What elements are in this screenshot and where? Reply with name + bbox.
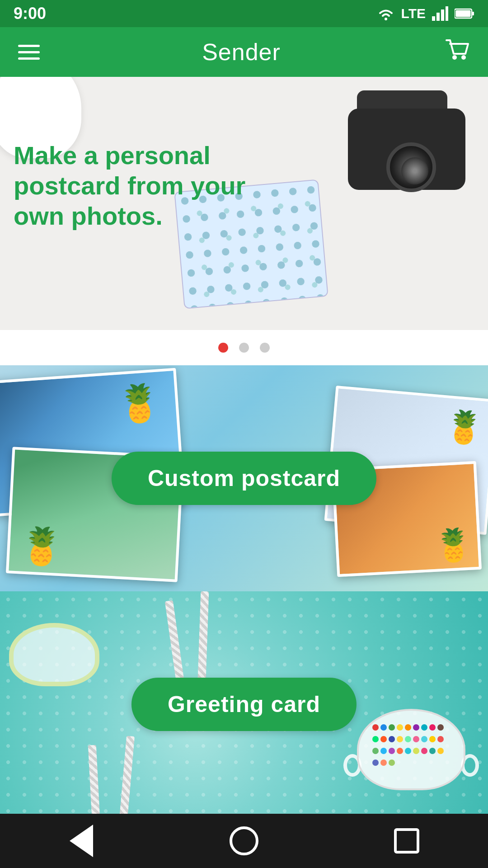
sprinkle-dot (429, 736, 436, 742)
sprinkle-dot (397, 736, 403, 742)
home-icon (230, 826, 258, 855)
sprinkle-dot (405, 736, 411, 742)
greeting-card-button-overlay: Greeting card (131, 678, 357, 731)
carousel-dot-2[interactable] (239, 343, 249, 353)
svg-rect-4 (446, 6, 448, 21)
sprinkle-dot (372, 760, 379, 766)
hamburger-line-3 (18, 57, 40, 60)
svg-rect-2 (436, 13, 440, 21)
sprinkle-dot (397, 748, 403, 754)
custom-postcard-button-overlay: Custom postcard (112, 452, 376, 505)
sprinkle-dot (421, 724, 427, 731)
sprinkle-bowl (352, 691, 470, 790)
back-icon (70, 825, 93, 857)
sprinkle-dot (372, 736, 379, 742)
hero-text: Make a personal postcard from your own p… (14, 140, 267, 231)
sprinkle-dot (389, 748, 395, 754)
app-title: Sender (202, 38, 281, 66)
hamburger-menu-button[interactable] (18, 45, 40, 60)
sprinkle-dot (413, 748, 419, 754)
hamburger-line-2 (18, 51, 40, 53)
svg-point-8 (452, 55, 457, 60)
app-bar: Sender (0, 27, 488, 77)
battery-icon (455, 8, 474, 19)
pineapple-1: 🍍 (115, 381, 163, 426)
sprinkles (368, 720, 455, 774)
sprinkle-dot (421, 748, 427, 754)
pineapple-4: 🍍 (433, 525, 474, 564)
status-icons: LTE (377, 6, 474, 21)
hamburger-line-1 (18, 45, 40, 47)
wifi-icon (377, 6, 395, 21)
carousel-dots (0, 330, 488, 365)
recent-icon (394, 828, 419, 854)
cart-button[interactable] (443, 36, 470, 68)
sprinkle-dot (413, 736, 419, 742)
greeting-card-card[interactable]: Greeting card (0, 591, 488, 817)
sprinkle-dot (437, 736, 444, 742)
cupcake-liner (9, 605, 108, 686)
svg-rect-6 (472, 12, 474, 15)
pineapple-3: 🍍 (443, 407, 485, 447)
scroll-content: Make a personal postcard from your own p… (0, 77, 488, 868)
svg-point-9 (461, 55, 466, 60)
sprinkle-dot (372, 724, 379, 731)
nav-back-button[interactable] (63, 823, 99, 859)
sprinkle-dot (429, 724, 436, 731)
camera-decoration (343, 90, 470, 208)
sprinkle-dot (437, 724, 444, 731)
sprinkle-dot (380, 760, 387, 766)
greeting-card-button[interactable]: Greeting card (131, 678, 357, 731)
hero-carousel[interactable]: Make a personal postcard from your own p… (0, 77, 488, 330)
nav-home-button[interactable] (226, 823, 262, 859)
sprinkle-dot (372, 748, 379, 754)
signal-icon (432, 6, 448, 21)
sprinkle-dot (413, 724, 419, 731)
sprinkle-dot (380, 724, 387, 731)
nav-bar (0, 814, 488, 868)
sprinkle-dot (405, 724, 411, 731)
status-bar: 9:00 LTE (0, 0, 488, 27)
svg-rect-1 (432, 16, 435, 21)
carousel-dot-3[interactable] (260, 343, 270, 353)
lte-label: LTE (401, 6, 426, 21)
status-time: 9:00 (14, 4, 46, 23)
sprinkle-dot (380, 748, 387, 754)
sprinkle-dot (389, 736, 395, 742)
sprinkle-dot (429, 748, 436, 754)
sprinkle-dot (421, 736, 427, 742)
carousel-dot-1[interactable] (218, 343, 228, 353)
sprinkle-dot (405, 748, 411, 754)
svg-rect-3 (441, 9, 444, 21)
sprinkle-dot (389, 724, 395, 731)
svg-rect-7 (456, 10, 471, 17)
sprinkle-dot (397, 724, 403, 731)
sprinkle-dot (437, 748, 444, 754)
svg-point-0 (385, 18, 387, 20)
custom-postcard-button[interactable]: Custom postcard (112, 452, 376, 505)
pineapple-2: 🍍 (18, 524, 66, 569)
sprinkle-dot (380, 736, 387, 742)
sprinkle-dot (389, 760, 395, 766)
custom-postcard-card[interactable]: 🍍 ALOB 🍍 🍍 🍍 Custom postcard (0, 365, 488, 591)
nav-recent-button[interactable] (389, 823, 425, 859)
